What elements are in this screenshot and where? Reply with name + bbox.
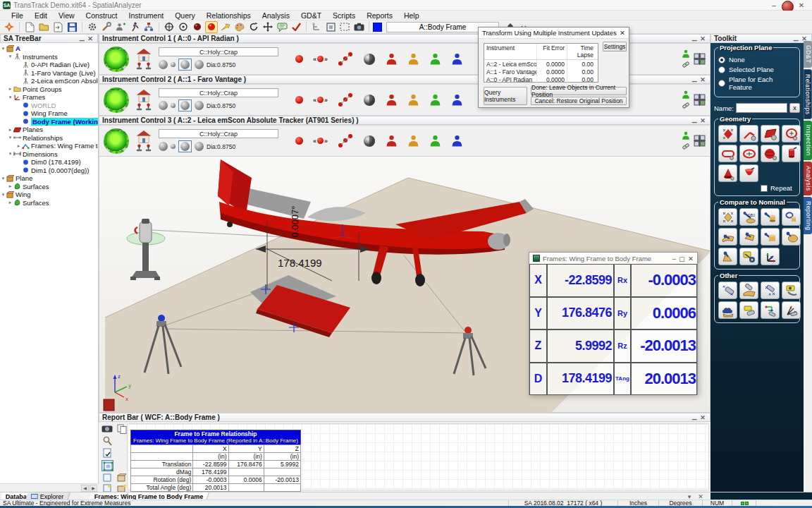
tree-item-collection-wing[interactable]: ▾Wing [0, 190, 98, 199]
sphere-measure-button[interactable] [363, 135, 376, 147]
geometry-ellipse-tool[interactable] [739, 145, 758, 162]
frames-minimize-icon[interactable]: – [672, 255, 676, 262]
operator-red-button[interactable] [386, 134, 398, 148]
treebar-pin-icon[interactable]: ⚊ [78, 35, 86, 42]
operator-green-button[interactable] [429, 52, 441, 66]
menu-scripts[interactable]: Scripts [327, 11, 361, 20]
tree-item-planes[interactable]: ▸Planes [0, 126, 98, 134]
radio-selected-plane[interactable]: Selected Plane [718, 66, 796, 73]
save-icon[interactable] [66, 21, 78, 33]
name-input[interactable] [736, 103, 787, 113]
instrument-updates-table[interactable]: InstrumentFit ErrorTime Lapse A::2 - Lei… [484, 43, 598, 83]
menu-gdt[interactable]: GD&T [295, 11, 327, 20]
guided-point-button[interactable]: «» [313, 56, 328, 63]
compare-cylinder-tool[interactable] [761, 208, 780, 226]
background-color-swatch[interactable] [373, 23, 382, 32]
target-name-field[interactable]: C::Holy::Crap [159, 129, 278, 138]
tree-scroll-right-icon[interactable]: ▶ [90, 485, 97, 492]
pane-close-icon[interactable]: ✕ [699, 35, 707, 42]
probe-alt-icon[interactable] [195, 142, 204, 151]
compare-surface-tool[interactable] [718, 228, 737, 246]
probe-small-icon[interactable] [171, 103, 176, 108]
measure-single-point-button[interactable] [295, 96, 303, 104]
other-frame-wizard-tool[interactable] [782, 301, 801, 319]
close-button[interactable]: ✕ [794, 1, 809, 10]
report-page-icon[interactable] [103, 473, 111, 482]
wrench-icon[interactable] [100, 21, 113, 33]
pan-move-icon[interactable] [262, 21, 274, 33]
tree-item-world[interactable]: WORLD [0, 102, 98, 110]
report-options-icon[interactable] [103, 448, 112, 458]
menu-analysis[interactable]: Analysis [257, 11, 295, 20]
compare-sphere-tool[interactable] [761, 228, 780, 246]
geometry-points-tool[interactable] [718, 125, 737, 143]
instrument-power-button[interactable] [104, 47, 129, 72]
guided-point-button[interactable]: «» [313, 97, 328, 104]
menu-view[interactable]: View [53, 11, 80, 20]
pointer-flag-icon[interactable] [219, 21, 232, 33]
probe-large-icon[interactable] [159, 101, 168, 110]
report-box2-icon[interactable] [117, 484, 127, 492]
dark-point-icon[interactable] [191, 21, 204, 33]
geometry-line-tool[interactable] [739, 125, 758, 143]
tree-item-leica-tracker[interactable]: 2-Leica emScon Absolute Tracker (A [0, 77, 98, 85]
tree-item-wing-surfaces[interactable]: ▸Surfaces [0, 199, 98, 207]
probe-selected-button[interactable] [178, 140, 192, 152]
palette-icon[interactable] [233, 21, 246, 33]
pane-close-icon[interactable]: ✕ [699, 117, 707, 124]
toolkit-pin-icon[interactable]: ⚊ [792, 35, 800, 42]
target-scope-icon[interactable] [177, 21, 190, 33]
report-bar-pin-icon[interactable]: ⚊ [690, 414, 699, 421]
other-camera-view-tool[interactable] [782, 282, 801, 299]
tree-item-frames[interactable]: ▾Frames [0, 93, 98, 102]
repeat-checkbox[interactable]: Repeat [761, 184, 801, 192]
tree-item-plane-surfaces[interactable]: ▸Surfaces [0, 183, 98, 191]
measure-single-point-button[interactable] [295, 137, 303, 145]
report-canvas[interactable]: Frame to Frame Relationship Frames: Wing… [127, 423, 709, 490]
measure-point-icon[interactable] [205, 21, 218, 33]
compare-circle-tool[interactable] [782, 208, 801, 226]
compare-scan-tool[interactable] [739, 248, 758, 265]
compare-ellipse-tool[interactable] [782, 228, 801, 246]
settings-gear-icon[interactable] [86, 21, 99, 33]
hierarchy-icon[interactable] [310, 21, 323, 33]
instrument-grid-icon[interactable] [694, 94, 706, 106]
frames-maximize-icon[interactable]: ▢ [679, 255, 685, 262]
menu-reports[interactable]: Reports [361, 11, 398, 20]
geometry-sphere-tool[interactable] [761, 145, 780, 162]
tree-item-body-frame-working[interactable]: Body Frame (Working) [0, 118, 98, 126]
probe-large-icon[interactable] [159, 142, 168, 151]
sphere-measure-button[interactable] [363, 53, 376, 66]
pane-pin-icon[interactable]: ⚊ [690, 117, 699, 124]
compare-cone-tool[interactable] [718, 248, 737, 265]
probe-large-icon[interactable] [159, 60, 168, 69]
operator-small-green-icon[interactable] [682, 49, 691, 59]
joystick-icon[interactable] [135, 62, 143, 70]
probe-small-icon[interactable] [171, 144, 176, 149]
menu-relationships[interactable]: Relationships [201, 11, 257, 20]
probe-selected-button[interactable] [178, 99, 192, 111]
compare-points-tool[interactable] [718, 208, 737, 226]
open-file-icon[interactable] [37, 21, 50, 33]
minimize-button[interactable]: – [766, 1, 782, 10]
guided-point-button[interactable]: «» [313, 138, 328, 145]
instrument-grid-icon[interactable] [694, 53, 706, 65]
probe-alt-icon[interactable] [195, 60, 204, 69]
view-mode-icon[interactable] [102, 460, 113, 471]
run-user-icon[interactable] [128, 21, 141, 33]
other-scan-stars-tool[interactable] [761, 282, 780, 299]
tree-item-collection-a[interactable]: ▾A [0, 44, 98, 53]
name-clear-button[interactable]: x [789, 103, 800, 113]
pane-pin-icon[interactable]: ⚊ [690, 76, 699, 83]
operator-blue-button[interactable] [451, 52, 463, 66]
scan-points-button[interactable] [338, 52, 353, 67]
radio-none[interactable]: None [718, 56, 796, 64]
geometry-cone-tool[interactable] [718, 164, 737, 182]
tree-item-api-radian[interactable]: 0-API Radian (Live) [0, 61, 98, 69]
inspect-wand-icon[interactable] [103, 436, 112, 446]
operator-orange-button[interactable] [407, 134, 419, 148]
done-button[interactable]: Done: Leave Objects in Current Position [531, 87, 627, 95]
frame-box-icon[interactable] [324, 21, 337, 33]
report-page2-icon[interactable] [103, 484, 111, 492]
radio-plane-each-feature[interactable]: Plane for Each Feature [718, 75, 796, 91]
